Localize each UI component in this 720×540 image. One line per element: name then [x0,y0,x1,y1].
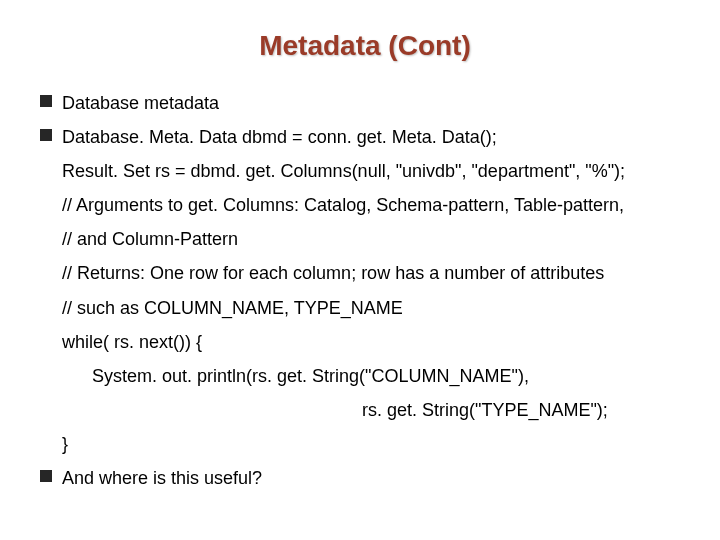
code-line: Result. Set rs = dbmd. get. Columns(null… [62,158,690,184]
code-line: rs. get. String("TYPE_NAME"); [362,397,690,423]
bullet-item-3: And where is this useful? [40,465,690,491]
square-bullet-icon [40,470,52,482]
code-line: // and Column-Pattern [62,226,690,252]
bullet-item-1: Database metadata [40,90,690,116]
code-line: } [62,431,690,457]
code-line: // Returns: One row for each column; row… [62,260,690,286]
bullet-text: And where is this useful? [62,465,690,491]
square-bullet-icon [40,129,52,141]
slide-title: Metadata (Cont) [40,30,690,62]
slide: Metadata (Cont) Database metadata Databa… [0,0,720,540]
bullet-text: Database metadata [62,90,690,116]
code-line: while( rs. next()) { [62,329,690,355]
square-bullet-icon [40,95,52,107]
code-line: // such as COLUMN_NAME, TYPE_NAME [62,295,690,321]
bullet-item-2: Database. Meta. Data dbmd = conn. get. M… [40,124,690,150]
bullet-text: Database. Meta. Data dbmd = conn. get. M… [62,124,690,150]
code-line: System. out. println(rs. get. String("CO… [92,363,690,389]
code-line: // Arguments to get. Columns: Catalog, S… [62,192,690,218]
